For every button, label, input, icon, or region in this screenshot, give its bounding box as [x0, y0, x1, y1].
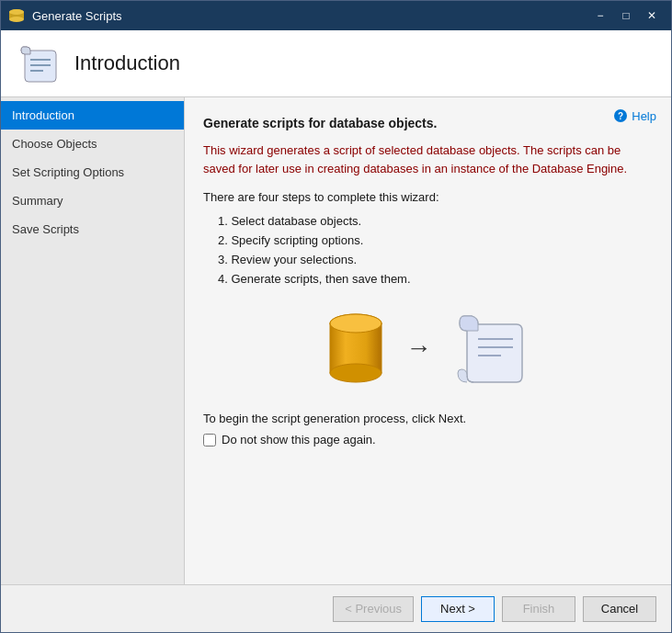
wizard-body: Introduction Choose Objects Set Scriptin…: [1, 97, 671, 584]
svg-point-3: [9, 9, 24, 15]
sidebar-item-set-scripting-options[interactable]: Set Scripting Options: [1, 158, 184, 187]
previous-button[interactable]: < Previous: [333, 596, 414, 622]
header-title: Introduction: [74, 51, 180, 75]
cancel-button[interactable]: Cancel: [583, 596, 656, 622]
do-not-show-checkbox[interactable]: [203, 434, 216, 446]
wizard-header: Introduction: [1, 30, 671, 97]
wizard-icon: [16, 41, 60, 85]
sidebar-item-choose-objects[interactable]: Choose Objects: [1, 130, 184, 158]
steps-list: 1. Select database objects. 2. Specify s…: [203, 211, 653, 288]
content-area: ? Help Generate scripts for database obj…: [185, 97, 671, 584]
checkbox-row: Do not show this page again.: [203, 433, 653, 446]
svg-point-11: [330, 364, 382, 382]
next-button[interactable]: Next >: [421, 596, 495, 622]
window-controls: − □ ✕: [588, 6, 664, 25]
maximize-button[interactable]: □: [614, 6, 638, 25]
close-button[interactable]: ✕: [640, 6, 664, 25]
minimize-button[interactable]: −: [588, 6, 612, 25]
step-1: 1. Select database objects.: [203, 211, 653, 231]
do-not-show-label: Do not show this page again.: [222, 433, 376, 446]
svg-point-2: [9, 17, 24, 22]
app-icon: [8, 7, 25, 24]
steps-intro: There are four steps to complete this wi…: [203, 190, 653, 204]
footer-bar: < Previous Next > Finish Cancel: [1, 584, 671, 632]
finish-button[interactable]: Finish: [502, 596, 575, 622]
title-bar: Generate Scripts − □ ✕: [1, 1, 671, 30]
content-section-title: Generate scripts for database objects.: [203, 116, 653, 130]
script-icon: [450, 307, 533, 390]
arrow-icon: →: [406, 333, 432, 363]
intro-text: This wizard generates a script of select…: [203, 141, 653, 177]
sidebar-item-introduction[interactable]: Introduction: [1, 101, 184, 130]
sidebar-item-summary[interactable]: Summary: [1, 187, 184, 215]
database-icon: [324, 307, 388, 390]
svg-text:?: ?: [618, 111, 623, 121]
sidebar: Introduction Choose Objects Set Scriptin…: [1, 97, 185, 584]
help-link[interactable]: ? Help: [613, 108, 656, 123]
window-title: Generate Scripts: [32, 9, 588, 23]
step-2: 2. Specify scripting options.: [203, 231, 653, 250]
footer-text: To begin the script generation process, …: [203, 412, 653, 425]
illustration: →: [203, 307, 653, 390]
step-3: 3. Review your selections.: [203, 250, 653, 269]
help-icon: ?: [613, 108, 628, 123]
svg-point-12: [330, 314, 382, 333]
step-4: 4. Generate scripts, then save them.: [203, 269, 653, 288]
main-window: Generate Scripts − □ ✕ Introduction Intr…: [0, 0, 672, 633]
sidebar-item-save-scripts[interactable]: Save Scripts: [1, 215, 184, 243]
